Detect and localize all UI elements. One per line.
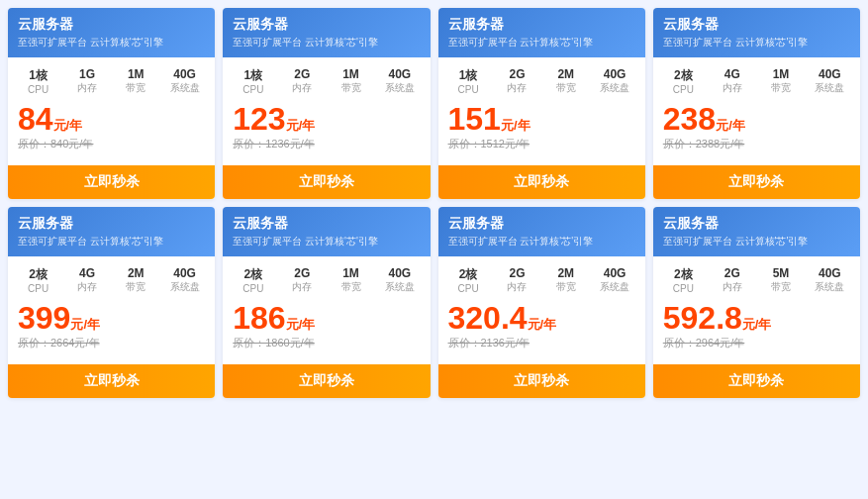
spec-item-1-2: 1G内存: [66, 67, 107, 95]
buy-button-2[interactable]: 立即秒杀: [223, 165, 430, 199]
spec-item-5-2: 4G内存: [66, 266, 107, 294]
spec-label-4-3: 带宽: [771, 81, 791, 95]
buy-button-4[interactable]: 立即秒杀: [653, 165, 860, 199]
price-num-4: 238: [663, 101, 716, 137]
card-body-5: 2核CPU4G内存2M带宽40G系统盘399元/年原价：2664元/年: [8, 256, 215, 364]
price-area-4: 238元/年原价：2388元/年: [663, 103, 850, 151]
spec-label-7-3: 带宽: [556, 280, 576, 294]
card-specs-7: 2核CPU2G内存2M带宽40G系统盘: [448, 266, 635, 294]
card-title-8: 云服务器: [663, 215, 850, 233]
spec-value-5-3: 2M: [128, 266, 145, 280]
spec-value-5-4: 40G: [173, 266, 196, 280]
spec-item-8-2: 2G内存: [712, 266, 752, 294]
spec-value-7-3: 2M: [557, 266, 574, 280]
spec-value-1-4: 40G: [173, 67, 196, 81]
product-grid: 云服务器至强可扩展平台 云计算核'芯'引擎1核CPU1G内存1M带宽40G系统盘…: [8, 8, 860, 398]
card-header-6: 云服务器至强可扩展平台 云计算核'芯'引擎: [223, 207, 430, 256]
spec-value-7-2: 2G: [509, 266, 525, 280]
price-main-3: 151元/年: [448, 103, 635, 135]
spec-label-3-4: 系统盘: [600, 81, 629, 95]
spec-label-2-4: 系统盘: [385, 81, 415, 95]
price-main-5: 399元/年: [18, 302, 205, 334]
spec-label-6-2: 内存: [292, 280, 312, 294]
price-num-3: 151: [448, 101, 501, 137]
price-orig-6: 原价：1860元/年: [233, 336, 420, 350]
spec-label-7-4: 系统盘: [600, 280, 629, 294]
spec-label-3-1: CPU: [458, 84, 479, 95]
spec-label-6-4: 系统盘: [385, 280, 415, 294]
spec-value-1-1: 1核: [29, 67, 48, 84]
card-subtitle-4: 至强可扩展平台 云计算核'芯'引擎: [663, 36, 850, 50]
spec-label-6-1: CPU: [242, 283, 263, 294]
spec-value-4-3: 1M: [773, 67, 790, 81]
spec-item-4-1: 2核CPU: [663, 67, 704, 95]
spec-item-5-3: 2M带宽: [116, 266, 156, 294]
price-main-6: 186元/年: [233, 302, 420, 334]
spec-value-7-4: 40G: [604, 266, 627, 280]
price-area-1: 84元/年原价：840元/年: [18, 103, 205, 151]
spec-value-1-3: 1M: [128, 67, 145, 81]
spec-label-5-2: 内存: [77, 280, 97, 294]
spec-label-5-4: 系统盘: [170, 280, 200, 294]
spec-item-5-4: 40G系统盘: [164, 266, 205, 294]
spec-item-1-3: 1M带宽: [116, 67, 156, 95]
spec-value-3-4: 40G: [604, 67, 627, 81]
price-orig-8: 原价：2964元/年: [663, 336, 850, 350]
price-orig-3: 原价：1512元/年: [448, 137, 635, 151]
spec-item-4-2: 4G内存: [712, 67, 752, 95]
price-area-5: 399元/年原价：2664元/年: [18, 302, 205, 350]
price-area-2: 123元/年原价：1236元/年: [233, 103, 420, 151]
spec-label-4-4: 系统盘: [815, 81, 844, 95]
buy-button-8[interactable]: 立即秒杀: [653, 364, 860, 398]
card-title-3: 云服务器: [448, 16, 635, 34]
buy-button-5[interactable]: 立即秒杀: [8, 364, 215, 398]
spec-item-7-4: 40G系统盘: [594, 266, 634, 294]
price-unit-1: 元/年: [53, 118, 83, 133]
buy-button-1[interactable]: 立即秒杀: [8, 165, 215, 199]
spec-label-2-2: 内存: [292, 81, 312, 95]
spec-item-2-2: 2G内存: [282, 67, 323, 95]
spec-label-6-3: 带宽: [341, 280, 361, 294]
spec-item-2-4: 40G系统盘: [379, 67, 420, 95]
spec-item-2-3: 1M带宽: [331, 67, 371, 95]
card-subtitle-1: 至强可扩展平台 云计算核'芯'引擎: [18, 36, 205, 50]
price-orig-7: 原价：2136元/年: [448, 336, 635, 350]
spec-value-8-3: 5M: [773, 266, 790, 280]
card-specs-1: 1核CPU1G内存1M带宽40G系统盘: [18, 67, 205, 95]
spec-item-6-1: 2核CPU: [233, 266, 273, 294]
card-2: 云服务器至强可扩展平台 云计算核'芯'引擎1核CPU2G内存1M带宽40G系统盘…: [223, 8, 430, 199]
spec-value-6-1: 2核: [244, 266, 263, 283]
spec-value-3-1: 1核: [459, 67, 478, 84]
spec-label-1-2: 内存: [77, 81, 97, 95]
spec-item-8-1: 2核CPU: [663, 266, 704, 294]
spec-label-8-2: 内存: [723, 280, 742, 294]
spec-item-2-1: 1核CPU: [233, 67, 273, 95]
spec-value-6-4: 40G: [389, 266, 412, 280]
spec-label-5-1: CPU: [28, 283, 48, 294]
spec-label-1-1: CPU: [28, 84, 48, 95]
spec-value-7-1: 2核: [459, 266, 478, 283]
buy-button-6[interactable]: 立即秒杀: [223, 364, 430, 398]
spec-value-8-2: 2G: [724, 266, 740, 280]
price-unit-7: 元/年: [528, 317, 557, 332]
card-specs-6: 2核CPU2G内存1M带宽40G系统盘: [233, 266, 420, 294]
card-header-3: 云服务器至强可扩展平台 云计算核'芯'引擎: [438, 8, 645, 57]
card-header-4: 云服务器至强可扩展平台 云计算核'芯'引擎: [653, 8, 860, 57]
card-body-2: 1核CPU2G内存1M带宽40G系统盘123元/年原价：1236元/年: [223, 57, 430, 165]
price-num-1: 84: [18, 101, 53, 137]
card-subtitle-2: 至强可扩展平台 云计算核'芯'引擎: [233, 36, 420, 50]
price-num-2: 123: [233, 101, 285, 137]
spec-value-5-1: 2核: [29, 266, 48, 283]
card-title-7: 云服务器: [448, 215, 635, 233]
card-specs-3: 1核CPU2G内存2M带宽40G系统盘: [448, 67, 635, 95]
spec-item-7-1: 2核CPU: [448, 266, 489, 294]
buy-button-7[interactable]: 立即秒杀: [438, 364, 645, 398]
spec-item-3-3: 2M带宽: [545, 67, 586, 95]
price-main-2: 123元/年: [233, 103, 420, 135]
buy-button-3[interactable]: 立即秒杀: [438, 165, 645, 199]
card-subtitle-7: 至强可扩展平台 云计算核'芯'引擎: [448, 235, 635, 249]
card-header-5: 云服务器至强可扩展平台 云计算核'芯'引擎: [8, 207, 215, 256]
price-unit-8: 元/年: [742, 317, 772, 332]
price-num-7: 320.4: [448, 300, 528, 336]
price-num-8: 592.8: [663, 300, 742, 336]
